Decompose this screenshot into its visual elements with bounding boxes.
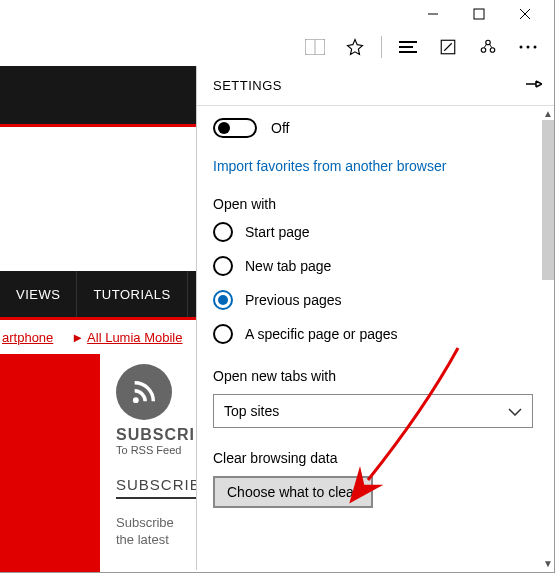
web-note-icon[interactable] [430, 28, 466, 66]
radio-previous-pages[interactable]: Previous pages [213, 290, 534, 310]
svg-point-13 [520, 46, 523, 49]
page-red-block [0, 354, 100, 573]
favorites-star-icon[interactable] [337, 28, 373, 66]
minimize-button[interactable] [410, 0, 456, 28]
radio-icon [213, 222, 233, 242]
link-lumia[interactable]: ► All Lumia Mobile [71, 330, 182, 345]
hub-icon[interactable] [390, 28, 426, 66]
settings-panel: SETTINGS Off Import favorites from anoth… [196, 66, 554, 570]
scroll-up-icon[interactable]: ▲ [542, 106, 554, 120]
radio-specific-page[interactable]: A specific page or pages [213, 324, 534, 344]
link-artphone[interactable]: artphone [2, 330, 53, 345]
radio-icon [213, 290, 233, 310]
svg-rect-1 [474, 9, 484, 19]
radio-icon [213, 256, 233, 276]
open-tabs-label: Open new tabs with [213, 368, 534, 384]
reading-view-icon[interactable] [297, 28, 333, 66]
scroll-thumb[interactable] [542, 120, 554, 280]
choose-what-to-clear-button[interactable]: Choose what to clear [213, 476, 373, 508]
radio-icon [213, 324, 233, 344]
radio-label: A specific page or pages [245, 326, 398, 342]
svg-point-14 [527, 46, 530, 49]
subscribe-heading: SUBSCRIB [116, 476, 201, 499]
more-icon[interactable] [510, 28, 546, 66]
window-controls [0, 0, 554, 28]
nav-tab-views[interactable]: VIEWS [0, 271, 76, 317]
toggle-label: Off [271, 120, 289, 136]
pin-icon[interactable] [526, 77, 542, 94]
nav-tab-tutorials[interactable]: TUTORIALS [77, 271, 186, 317]
open-tabs-select[interactable]: Top sites [213, 394, 533, 428]
toggle-row: Off [213, 118, 534, 138]
radio-label: Start page [245, 224, 310, 240]
browser-toolbar [0, 28, 554, 66]
scroll-track[interactable] [542, 120, 554, 556]
settings-scrollbar[interactable]: ▲ ▼ [542, 106, 554, 570]
clear-data-label: Clear browsing data [213, 450, 534, 466]
rss-icon[interactable] [116, 364, 172, 420]
svg-point-12 [490, 48, 495, 53]
svg-point-11 [481, 48, 486, 53]
radio-label: New tab page [245, 258, 331, 274]
settings-header: SETTINGS [197, 66, 554, 106]
open-with-label: Open with [213, 196, 534, 212]
import-favorites-link[interactable]: Import favorites from another browser [213, 158, 534, 174]
toolbar-separator [381, 36, 382, 58]
toggle-switch[interactable] [213, 118, 257, 138]
close-button[interactable] [502, 0, 548, 28]
svg-point-15 [534, 46, 537, 49]
select-value: Top sites [224, 403, 279, 419]
chevron-down-icon [508, 403, 522, 419]
share-icon[interactable] [470, 28, 506, 66]
radio-start-page[interactable]: Start page [213, 222, 534, 242]
radio-label: Previous pages [245, 292, 342, 308]
radio-new-tab-page[interactable]: New tab page [213, 256, 534, 276]
settings-title: SETTINGS [213, 78, 282, 93]
settings-body: Off Import favorites from another browse… [197, 106, 542, 570]
svg-point-16 [133, 397, 139, 403]
scroll-down-icon[interactable]: ▼ [542, 556, 554, 570]
maximize-button[interactable] [456, 0, 502, 28]
